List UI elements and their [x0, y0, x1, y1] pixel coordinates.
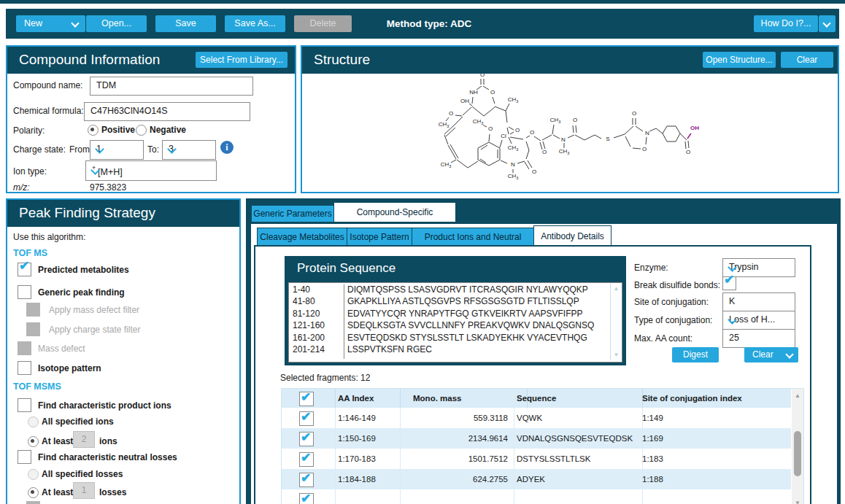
apply-mass-defect-filter-checkbox	[26, 303, 40, 317]
sequence-scrollbar[interactable]: ▲ ▼	[610, 283, 622, 360]
scroll-down-icon[interactable]: ▼	[792, 500, 803, 504]
sequence-range[interactable]: 121-160	[293, 320, 344, 332]
atom-label: O	[542, 149, 547, 155]
sequence-line[interactable]: LSSPVTKSFN RGEC	[347, 344, 607, 356]
select-from-library-button[interactable]: Select From Library...	[196, 52, 288, 68]
info-icon[interactable]: i	[220, 141, 234, 154]
scroll-up-icon[interactable]: ▲	[611, 285, 622, 292]
how-do-i-button[interactable]: How Do I?...	[754, 15, 818, 32]
tab-isotope-pattern[interactable]: Isotope Pattern	[347, 228, 412, 247]
scroll-down-icon[interactable]: ▼	[611, 352, 622, 358]
row-checkbox[interactable]: ✔	[299, 452, 314, 467]
table-row[interactable]: ✔1:170-1831501.7512DSTYSLSSTLTLSK1:183	[282, 449, 791, 469]
atom-label: CH3	[473, 118, 484, 125]
type-of-conjugation-label: Type of conjugation:	[634, 315, 712, 325]
site-of-conjugation-input[interactable]: K	[722, 292, 795, 311]
row-sequence: ADYEK	[514, 469, 643, 489]
row-site-index: 1:188	[639, 469, 791, 489]
sequence-line[interactable]: SDEQLKSGTA SVVCLLNNFY PREAKVQWKV DNALQSG…	[347, 320, 607, 332]
clear-structure-button[interactable]: Clear	[781, 52, 833, 68]
isotope-pattern-label: Isotope pattern	[38, 363, 101, 373]
digest-button[interactable]: Digest	[672, 347, 719, 363]
find-product-ions-checkbox[interactable]	[18, 398, 31, 412]
table-row[interactable]: ✔1:150-1692134.9614VDNALQSGNSQESVTEQDSK1…	[282, 428, 791, 449]
isotope-pattern-checkbox[interactable]	[18, 361, 31, 375]
window-top-strip	[0, 0, 845, 4]
open-button[interactable]: Open...	[86, 15, 147, 32]
select-all-checkbox[interactable]: ✔	[299, 392, 314, 406]
site-of-conjugation-label: Site of conjugation:	[634, 297, 709, 307]
column-header-sequence[interactable]: Sequence	[514, 389, 643, 408]
generic-peak-finding-checkbox[interactable]	[18, 285, 31, 299]
tab-antibody-details[interactable]: Antibody Details	[533, 225, 611, 247]
save-button[interactable]: Save	[155, 15, 216, 32]
row-checkbox[interactable]: ✔	[299, 411, 314, 426]
ion-type-combo[interactable]: [M+H]+	[85, 160, 217, 181]
at-least-ions-radio[interactable]	[28, 436, 39, 447]
sequence-range[interactable]: 81-120	[293, 309, 344, 320]
atom-label: CH3	[439, 121, 449, 128]
tab-compound-specific-parameters[interactable]: Compound-Specific Parameters	[334, 203, 455, 222]
how-do-i-dropdown-button[interactable]	[819, 15, 836, 32]
row-checkbox[interactable]: ✔	[299, 432, 314, 446]
new-button[interactable]: New	[16, 15, 85, 32]
all-specified-ions-label: All specified ions	[42, 416, 114, 427]
check-icon: ✔	[301, 489, 311, 504]
check-icon: ✔	[724, 272, 734, 287]
type-of-conjugation-combo[interactable]: Loss of H...	[722, 311, 795, 330]
sequence-range[interactable]: 201-214	[293, 344, 344, 356]
predicted-metabolites-checkbox[interactable]: ✔	[18, 263, 31, 276]
column-header-mono-mass[interactable]: Mono. mass	[400, 389, 528, 408]
row-sequence: VQWK	[514, 408, 643, 428]
scroll-up-icon[interactable]: ▲	[792, 392, 803, 399]
mz-value: 975.3823	[90, 182, 126, 193]
sequence-line[interactable]: DIQMTQSPSS LSASVGDRVT ITCRASQGIR NYLAWYQ…	[347, 284, 607, 296]
atom-label: O	[488, 125, 493, 132]
tab-generic-parameters[interactable]: Generic Parameters	[251, 205, 334, 223]
charge-from-combo[interactable]: 1	[90, 140, 144, 160]
atom-label: O	[573, 117, 577, 123]
find-neutral-losses-checkbox[interactable]	[18, 450, 31, 464]
table-row[interactable]: ✔1:146-149559.3118VQWK1:149	[282, 408, 791, 428]
sequence-line[interactable]: EDVATYYCQR YNRAPYTFGQ GTKVEIKRTV AAPSVFI…	[347, 309, 607, 320]
polarity-negative-radio[interactable]	[136, 125, 147, 136]
row-site-index: 1:183	[639, 449, 791, 469]
tab-product-ions-neutral-losses[interactable]: Product Ions and Neutral Losses	[412, 228, 534, 247]
clear-digest-button[interactable]: Clear	[744, 347, 798, 363]
table-row[interactable]: ✔	[282, 489, 791, 504]
break-disulfide-checkbox[interactable]: ✔	[722, 276, 736, 290]
chemical-formula-label: Chemical formula:	[13, 106, 84, 116]
sequence-text-area[interactable]: DIQMTQSPSS LSASVGDRVT ITCRASQGIR NYLAWYQ…	[347, 284, 607, 359]
polarity-positive-label: Positive	[101, 125, 135, 135]
table-scrollbar[interactable]: ▲ ▼	[792, 389, 803, 504]
column-header-aa-index[interactable]: AA Index	[335, 389, 401, 408]
compound-name-input[interactable]: TDM	[90, 77, 253, 96]
atom-label: CH3	[508, 96, 519, 104]
scrollbar-thumb[interactable]	[794, 431, 801, 476]
fragments-table-body: ✔1:146-149559.3118VQWK1:149✔1:150-169213…	[282, 408, 791, 504]
max-aa-count-input[interactable]: 25	[722, 329, 795, 348]
save-as-button[interactable]: Save As...	[225, 15, 285, 32]
open-structure-button[interactable]: Open Structure...	[703, 52, 776, 68]
charge-to-combo[interactable]: 3	[162, 140, 216, 160]
at-least-losses-radio[interactable]	[28, 487, 39, 498]
sequence-range-list[interactable]: 1-4041-8081-120121-160161-200201-214	[290, 284, 344, 359]
chemical-formula-input[interactable]: C47H63ClN4O14S	[84, 102, 250, 121]
polarity-positive-radio[interactable]	[88, 125, 99, 136]
atom-label: OH	[460, 98, 469, 104]
tab-cleavage-metabolites[interactable]: Cleavage Metabolites	[257, 228, 347, 247]
column-header-site-index[interactable]: Site of conjugation index	[639, 389, 794, 408]
row-site-index: 1:149	[639, 408, 791, 428]
sequence-range[interactable]: 161-200	[293, 333, 344, 344]
sequence-range[interactable]: 41-80	[293, 296, 344, 308]
row-sequence	[514, 489, 643, 504]
sequence-line[interactable]: ESVTEQDSKD STYSLSSTLT LSKADYEKHK VYACEVT…	[347, 333, 607, 344]
sequence-range[interactable]: 1-40	[293, 284, 344, 296]
atom-label: N	[561, 136, 566, 143]
all-specified-losses-radio	[28, 469, 39, 480]
sequence-line[interactable]: GKAPKLLIYA ASTLQSGVPS RFSGSGSGTD FTLTISS…	[347, 296, 607, 308]
row-checkbox[interactable]: ✔	[299, 473, 314, 487]
row-checkbox[interactable]: ✔	[299, 493, 314, 504]
table-row[interactable]: ✔1:184-188624.2755ADYEK1:188	[282, 469, 791, 489]
break-disulfide-label: Break disulfide bonds:	[634, 280, 720, 290]
